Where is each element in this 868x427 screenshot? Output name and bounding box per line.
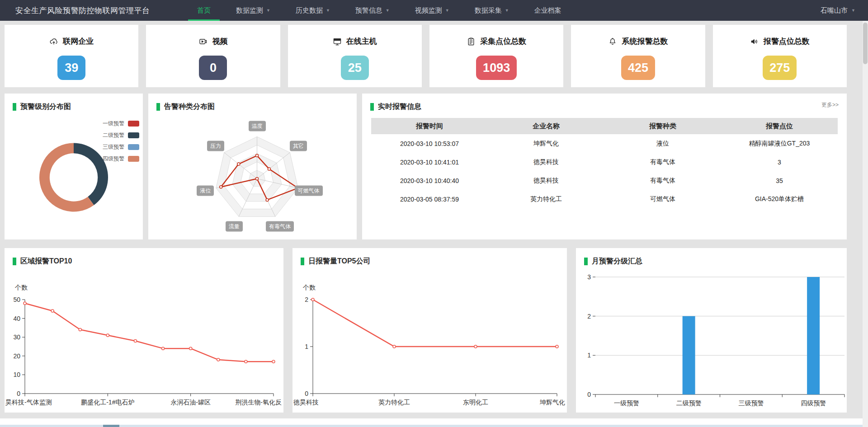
daily-alarm-top5-chart: 个数012德昊科技英力特化工东明化工坤辉气化: [292, 268, 567, 413]
monthly-warning-panel: 月预警分级汇总 0123一级预警二级预警三级预警四级预警: [576, 248, 847, 413]
stat-value-badge: 0: [199, 56, 227, 80]
chevron-down-icon: ▼: [851, 8, 855, 13]
monthly-warning-bar-chart: 0123一级预警二级预警三级预警四级预警: [576, 268, 847, 413]
svg-text:0: 0: [305, 390, 308, 397]
speaker-icon: [750, 37, 759, 46]
app-title: 安全生产风险预警防控物联网管理平台: [15, 0, 178, 21]
stat-label: 系统报警总数: [622, 36, 668, 47]
title-bullet: [584, 258, 588, 265]
more-link[interactable]: 更多>>: [821, 101, 839, 109]
stat-cards: 联网企业 39 视频 0 在线主机 25: [5, 25, 847, 87]
stat-value-badge: 1093: [476, 56, 517, 80]
stat-card-system-alarms: 系统报警总数 425: [571, 25, 705, 87]
realtime-alarm-panel: 实时报警信息 更多>> 报警时间 企业名称 报警种类 报警点位 2020-03-…: [362, 94, 847, 239]
footer-strip-fragment: [103, 425, 119, 427]
nav-item-enterprise-archive[interactable]: 企业档案: [522, 0, 574, 21]
svg-text:坤辉气化: 坤辉气化: [539, 399, 565, 406]
chevron-down-icon: ▼: [386, 8, 390, 13]
alarm-type-panel: 告警种类分布图 温度其它可燃气体有毒气体流量液位压力: [148, 94, 357, 239]
stat-value-badge: 275: [763, 56, 797, 80]
footer-strip: [0, 418, 863, 425]
panel-title: 区域报警TOP10: [20, 257, 72, 266]
chevron-down-icon: ▼: [326, 8, 330, 13]
radar-axis-label: 其它: [290, 141, 307, 151]
nav-item-video-monitor[interactable]: 视频监测 ▼: [402, 0, 462, 21]
title-bullet: [13, 103, 16, 111]
svg-text:0: 0: [587, 391, 591, 398]
warning-level-donut-chart: [5, 113, 143, 239]
svg-text:50: 50: [13, 296, 20, 303]
panel-title: 日报警量TOP5公司: [308, 257, 371, 266]
alarm-type-radar-chart: 温度其它可燃气体有毒气体流量液位压力: [148, 113, 357, 239]
panel-title: 实时报警信息: [378, 102, 421, 112]
svg-text:鹏盛化工-1#电石炉: 鹏盛化工-1#电石炉: [81, 399, 134, 406]
panel-title: 告警种类分布图: [164, 102, 215, 112]
radar-axis-label: 压力: [207, 141, 224, 151]
svg-text:荆洪生物-氧化反: 荆洪生物-氧化反: [235, 399, 282, 406]
svg-text:德昊科技: 德昊科技: [293, 399, 319, 406]
svg-text:2: 2: [305, 296, 308, 303]
stat-card-connected-enterprises: 联网企业 39: [5, 25, 138, 87]
svg-text:一级预警: 一级预警: [614, 399, 639, 407]
vertical-scrollbar: [863, 21, 868, 427]
title-bullet: [13, 258, 16, 265]
title-bullet: [301, 258, 304, 265]
region-alarm-top10-chart: 个数01020304050昊科技-气体监测鹏盛化工-1#电石炉永润石油-罐区荆洪…: [5, 268, 283, 413]
table-row[interactable]: 2020-03-10 10:41:01 德昊科技 有毒气体 3: [371, 153, 838, 171]
panel-title: 预警级别分布图: [20, 102, 71, 112]
svg-text:二级预警: 二级预警: [676, 399, 702, 407]
table-row[interactable]: 2020-03-05 08:37:59 英力特化工 可燃气体 GIA-520单体…: [371, 190, 838, 208]
svg-text:1: 1: [587, 352, 591, 359]
svg-text:英力特化工: 英力特化工: [378, 399, 410, 406]
stat-card-online-hosts: 在线主机 25: [288, 25, 422, 87]
radar-axis-label: 温度: [249, 121, 266, 131]
svg-text:40: 40: [13, 315, 20, 322]
chevron-down-icon: ▼: [505, 8, 509, 13]
stat-card-video: 视频 0: [146, 25, 280, 87]
stat-value-badge: 425: [621, 56, 655, 80]
title-bullet: [156, 103, 160, 111]
svg-text:3: 3: [587, 273, 591, 281]
nav-item-warning-info[interactable]: 预警信息 ▼: [343, 0, 402, 21]
chevron-down-icon: ▼: [445, 8, 449, 13]
table-row[interactable]: 2020-03-10 10:53:07 坤辉气化 液位 精醇南罐液位GT_203: [371, 134, 838, 153]
warning-level-panel: 预警级别分布图 一级预警 二级预警 三级预警 四级预警: [5, 94, 143, 239]
footer-strip-blue: [0, 425, 863, 427]
stat-label: 报警点位总数: [764, 36, 810, 47]
cloud-upload-icon: [49, 37, 58, 46]
svg-text:昊科技-气体监测: 昊科技-气体监测: [5, 399, 52, 406]
top-nav: 安全生产风险预警防控物联网管理平台 首页 数据监测 ▼ 历史数据 ▼ 预警信息 …: [0, 0, 868, 21]
svg-text:0: 0: [17, 390, 20, 397]
stat-label: 联网企业: [63, 36, 94, 47]
svg-text:个数: 个数: [302, 284, 316, 291]
scrollbar-thumb[interactable]: [863, 23, 868, 64]
stat-card-alarm-points: 报警点位总数 275: [713, 25, 847, 87]
svg-text:2: 2: [587, 313, 591, 320]
nav-item-history-data[interactable]: 历史数据 ▼: [283, 0, 343, 21]
chevron-down-icon: ▼: [266, 8, 270, 13]
table-row[interactable]: 2020-03-10 10:40:40 德昊科技 有毒气体 35: [371, 171, 838, 190]
svg-text:20: 20: [13, 352, 20, 360]
nav-item-data-collect[interactable]: 数据采集 ▼: [462, 0, 522, 21]
nav-item-home[interactable]: 首页: [184, 0, 223, 21]
panel-title: 月预警分级汇总: [592, 257, 642, 266]
svg-text:10: 10: [13, 371, 20, 378]
table-header-row: 报警时间 企业名称 报警种类 报警点位: [371, 118, 838, 134]
svg-text:个数: 个数: [14, 284, 28, 291]
bottom-row: 区域报警TOP10 个数01020304050昊科技-气体监测鹏盛化工-1#电石…: [5, 248, 847, 413]
daily-alarm-top5-panel: 日报警量TOP5公司 个数012德昊科技英力特化工东明化工坤辉气化: [292, 248, 567, 413]
bell-icon: [608, 37, 617, 46]
stat-label: 在线主机: [346, 36, 377, 47]
nav-menu: 首页 数据监测 ▼ 历史数据 ▼ 预警信息 ▼ 视频监测 ▼ 数据采集 ▼ 企业…: [184, 0, 574, 21]
svg-text:东明化工: 东明化工: [463, 399, 488, 406]
svg-text:1: 1: [305, 343, 308, 350]
radar-axis-label: 流量: [226, 221, 243, 231]
region-selector[interactable]: 石嘴山市 ▼: [821, 0, 855, 21]
svg-text:30: 30: [13, 333, 20, 341]
svg-text:四级预警: 四级预警: [801, 399, 826, 407]
region-alarm-top10-panel: 区域报警TOP10 个数01020304050昊科技-气体监测鹏盛化工-1#电石…: [5, 248, 283, 413]
radar-axis-label: 液位: [197, 185, 214, 196]
nav-item-data-monitor[interactable]: 数据监测 ▼: [223, 0, 283, 21]
stat-value-badge: 39: [57, 56, 85, 80]
stat-value-badge: 25: [341, 56, 369, 80]
